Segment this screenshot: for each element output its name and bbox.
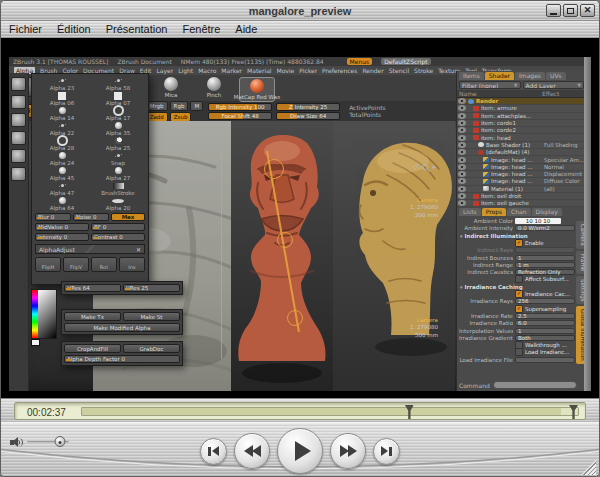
alpha-thumbnail[interactable]: Alpha 28: [34, 136, 90, 151]
property-row[interactable]: Irradiance Cac...: [459, 290, 575, 297]
panel-tab[interactable]: Items: [459, 72, 484, 80]
fast-forward-button[interactable]: [330, 433, 366, 469]
alpha-slider[interactable]: Noise 0: [73, 213, 109, 221]
shader-tree-row[interactable]: Base Shader (1) Full Shading: [457, 142, 586, 149]
panel-tab[interactable]: Images: [515, 72, 545, 80]
alpha-slider[interactable]: Max: [111, 213, 145, 221]
tray-thumbnail[interactable]: [11, 113, 26, 127]
property-value[interactable]: 0.0 W/srm2: [515, 225, 575, 231]
value-square[interactable]: [38, 290, 56, 338]
alpha-thumbnail[interactable]: Alpha 35: [90, 121, 146, 136]
visibility-eye-icon[interactable]: [458, 200, 466, 206]
rotate-view-icon[interactable]: ↺: [413, 163, 419, 171]
property-value[interactable]: 6.0: [515, 320, 575, 326]
shader-tree-row[interactable]: Image: head ... Diffuse Color: [457, 178, 586, 185]
shader-tree-row[interactable]: Image: head ... Specular Am...: [457, 156, 586, 163]
property-row[interactable]: Indirect Range 1 m: [459, 261, 575, 268]
property-row[interactable]: Load Irradianc...: [459, 349, 575, 356]
shader-tree-row[interactable]: Render: [457, 98, 586, 105]
panel-tab[interactable]: Props: [482, 208, 506, 216]
visibility-eye-icon[interactable]: [458, 186, 466, 192]
tray-thumbnail[interactable]: [11, 149, 26, 163]
alpha-make-button[interactable]: Make St: [123, 312, 180, 321]
zbrush-menu-item[interactable]: Preferences: [322, 67, 357, 74]
visibility-eye-icon[interactable]: [458, 164, 466, 170]
visibility-eye-icon[interactable]: [458, 105, 466, 111]
name-column-header[interactable]: Name: [459, 90, 542, 97]
transpose-ring-top[interactable]: [264, 159, 284, 179]
property-value[interactable]: Supersampling: [515, 305, 575, 313]
skip-back-button[interactable]: [200, 438, 227, 465]
zoom-view-icon[interactable]: [422, 164, 428, 170]
zbrush-menu-item[interactable]: Movie: [276, 67, 294, 74]
zbrush-menu-item[interactable]: Macro: [198, 67, 216, 74]
brush-cell[interactable]: MatCap Red Wax: [239, 77, 275, 102]
property-row[interactable]: Interpolation Values 1: [459, 327, 575, 334]
shelf-slider[interactable]: Draw Size 64: [276, 112, 340, 120]
alpha-thumbnail[interactable]: Alpha 20: [90, 196, 146, 211]
shader-tree-row[interactable]: Image: head ... Normal: [457, 164, 586, 171]
alpha-thumbnail[interactable]: Alpha 22: [34, 121, 90, 136]
panel-tab[interactable]: Display: [532, 208, 562, 216]
alpha-grab-button[interactable]: CropAndFill: [64, 344, 121, 353]
alpha-res-slider[interactable]: HRes 64: [64, 284, 121, 292]
alpha-slider[interactable]: RF 0: [91, 223, 145, 231]
property-value[interactable]: [515, 357, 575, 363]
property-value[interactable]: 1 m: [515, 262, 575, 268]
alpha-thumbnail[interactable]: Alpha 24: [34, 151, 90, 166]
property-value[interactable]: 1: [515, 328, 575, 334]
alpha-res-slider[interactable]: VRes 25: [123, 284, 180, 292]
alpha-thumbnail[interactable]: Alpha 17: [90, 106, 146, 121]
menu-item[interactable]: Aide: [235, 23, 257, 35]
selection-end-marker-icon[interactable]: [569, 405, 578, 419]
visibility-eye-icon[interactable]: [458, 178, 466, 184]
shader-tree-row[interactable]: (defaultMat) (4): [457, 149, 586, 156]
alpha-depth-slider[interactable]: Alpha Depth Factor 0: [64, 355, 180, 363]
visibility-eye-icon[interactable]: [458, 171, 466, 177]
shader-tree-row[interactable]: Image: head ... Displacement: [457, 171, 586, 178]
alpha-thumbnail[interactable]: Alpha 06: [34, 91, 90, 106]
alpha-transform-button[interactable]: FlipV: [63, 257, 89, 272]
tray-thumbnail[interactable]: [11, 95, 26, 109]
alpha-thumbnail[interactable]: Alpha 25: [90, 136, 146, 151]
alpha-make-button[interactable]: Make Tx: [64, 312, 121, 321]
property-value[interactable]: Irradiance Caching: [460, 284, 575, 290]
title-bar[interactable]: mangalore_preview ✕: [1, 1, 599, 21]
property-value[interactable]: 2.5: [515, 313, 575, 319]
shader-tree-row[interactable]: item: corde2: [457, 127, 586, 134]
add-layer-dropdown[interactable]: Add Layer▼: [523, 81, 585, 89]
brush-cell[interactable]: Pinch: [196, 77, 232, 102]
play-button[interactable]: [277, 428, 323, 474]
alpha-thumbnail[interactable]: Alpha 27: [90, 166, 146, 181]
property-value[interactable]: Refraction Only: [515, 269, 575, 275]
shader-tree-row[interactable]: Material (1) (all): [457, 186, 586, 193]
playhead-marker-icon[interactable]: [405, 405, 414, 419]
property-value[interactable]: Load Irradianc...: [515, 348, 575, 356]
zbrush-menus-button[interactable]: Menus: [347, 58, 373, 65]
visibility-eye-icon[interactable]: [458, 149, 466, 155]
panel-tab[interactable]: Chan: [507, 208, 530, 216]
shader-tree-row[interactable]: item: head: [457, 134, 586, 141]
property-row[interactable]: Load Irradiance File: [459, 356, 575, 363]
alpha-transform-button[interactable]: Inv: [119, 257, 145, 272]
property-value[interactable]: Affect Subsurf...: [515, 275, 575, 283]
property-value[interactable]: Indirect Illumination: [460, 233, 575, 239]
skip-forward-button[interactable]: [373, 438, 400, 465]
menu-item[interactable]: Présentation: [106, 23, 168, 35]
visibility-eye-icon[interactable]: [458, 120, 466, 126]
property-row[interactable]: Ambient Intensity 0.0 W/srm2: [459, 225, 575, 232]
effect-column-header[interactable]: Effect: [542, 90, 584, 97]
menu-item[interactable]: Fichier: [9, 23, 42, 35]
visibility-eye-icon[interactable]: [458, 113, 466, 119]
expand-view-icon[interactable]: ▸: [432, 163, 436, 171]
visibility-eye-icon[interactable]: [458, 157, 466, 163]
video-area[interactable]: ZBrush 3.1 [THOMAS ROUSSEL] ZBrush Docum…: [1, 38, 599, 398]
property-value[interactable]: 10 10 10: [515, 218, 575, 224]
alpha-adjust-curve[interactable]: AlphaAdjust ✕: [35, 244, 145, 254]
make-modified-alpha-button[interactable]: Make Modified Alpha: [64, 323, 180, 332]
property-row[interactable]: Indirect Bounces 1: [459, 254, 575, 261]
shelf-slider[interactable]: Focal Shift 48: [208, 112, 272, 120]
alpha-slider[interactable]: MidValue 0: [35, 223, 89, 231]
shader-tree-row[interactable]: item: armure: [457, 105, 586, 112]
property-value[interactable]: Irradiance Cac...: [515, 290, 575, 298]
